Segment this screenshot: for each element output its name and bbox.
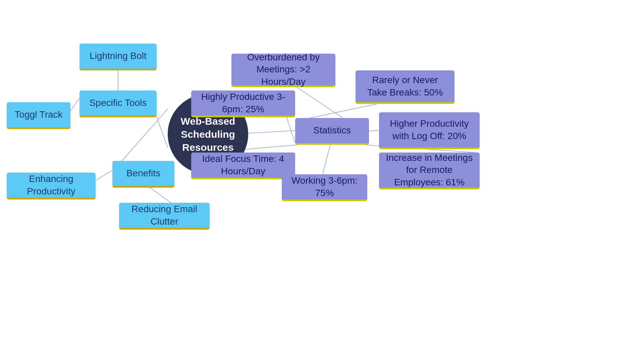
- statistics-node: Statistics: [295, 118, 369, 145]
- center-label: Web-Based SchedulingResources: [174, 115, 242, 154]
- benefits-label: Benefits: [126, 167, 160, 179]
- enhancing-node: Enhancing Productivity: [7, 173, 96, 199]
- lightning-label: Lightning Bolt: [90, 50, 147, 62]
- svg-line-10: [369, 130, 379, 131]
- svg-line-7: [297, 87, 343, 118]
- increase-label: Increase in Meetings for Remote Employee…: [385, 152, 474, 188]
- increase-node: Increase in Meetings for Remote Employee…: [379, 153, 480, 189]
- ideal-label: Ideal Focus Time: 4 Hours/Day: [197, 153, 289, 177]
- rarely-label: Rarely or Never Take Breaks: 50%: [362, 74, 448, 99]
- statistics-label: Statistics: [313, 124, 351, 136]
- benefits-node: Benefits: [112, 161, 174, 188]
- svg-line-4: [96, 170, 112, 180]
- specific-label: Specific Tools: [90, 97, 147, 109]
- enhancing-label: Enhancing Productivity: [13, 173, 90, 197]
- overburdened-label: Overburdened by Meetings: >2 Hours/Day: [237, 51, 329, 88]
- highly-node: Highly Productive 3-6pm: 25%: [191, 90, 295, 117]
- rarely-node: Rarely or Never Take Breaks: 50%: [356, 70, 454, 104]
- higher-node: Higher Productivity with Log Off: 20%: [379, 112, 480, 149]
- highly-label: Highly Productive 3-6pm: 25%: [197, 91, 289, 115]
- ideal-node: Ideal Focus Time: 4 Hours/Day: [191, 153, 295, 179]
- higher-label: Higher Productivity with Log Off: 20%: [385, 118, 474, 142]
- reducing-node: Reducing Email Clutter: [119, 203, 210, 230]
- lightning-node: Lightning Bolt: [79, 44, 157, 70]
- svg-line-5: [150, 188, 171, 203]
- working-label: Working 3-6pm: 75%: [288, 175, 361, 199]
- svg-line-9: [286, 117, 295, 143]
- svg-line-2: [70, 98, 79, 111]
- svg-line-6: [248, 131, 295, 133]
- svg-line-0: [157, 117, 168, 148]
- specific-node: Specific Tools: [79, 90, 157, 117]
- toggl-label: Toggl Track: [14, 109, 62, 121]
- overburdened-node: Overburdened by Meetings: >2 Hours/Day: [231, 54, 335, 87]
- svg-line-13: [323, 145, 330, 174]
- working-node: Working 3-6pm: 75%: [282, 174, 367, 201]
- reducing-label: Reducing Email Clutter: [125, 203, 204, 228]
- toggl-node: Toggl Track: [7, 102, 70, 129]
- svg-line-8: [310, 104, 377, 118]
